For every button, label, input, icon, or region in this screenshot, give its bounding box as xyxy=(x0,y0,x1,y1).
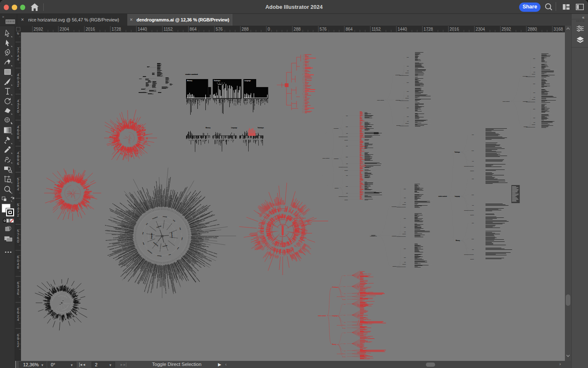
svg-text:Solo: Solo xyxy=(344,286,346,287)
svg-text:Trio: Trio xyxy=(472,161,474,162)
svg-text:Trio: Trio xyxy=(472,205,474,206)
svg-text:Quartet: Quartet xyxy=(470,259,474,260)
svg-text:2304: 2304 xyxy=(60,27,69,32)
svg-text:Duo: Duo xyxy=(179,227,181,230)
svg-text:Duo: Duo xyxy=(404,197,406,198)
svg-text:Solo: Solo xyxy=(404,188,406,189)
svg-text:2: 2 xyxy=(17,83,19,87)
svg-text:Trio: Trio xyxy=(346,193,348,193)
svg-text:2016: 2016 xyxy=(450,27,459,32)
svg-text:Duo: Duo xyxy=(346,175,348,176)
svg-text:Solo: Solo xyxy=(472,194,474,196)
svg-text:Duo: Duo xyxy=(407,116,409,117)
svg-text:Quartet: Quartet xyxy=(344,199,348,200)
svg-text:rewire content: rewire content xyxy=(323,158,330,159)
svg-text:8: 8 xyxy=(17,265,19,270)
svg-text:Trio: Trio xyxy=(344,350,346,351)
svg-text:rewire content: rewire content xyxy=(438,196,447,197)
svg-text:Quartet: Quartet xyxy=(405,98,409,98)
svg-text:Technique: Technique xyxy=(257,127,264,129)
svg-text:1440: 1440 xyxy=(138,27,147,32)
svg-text:Solo: Solo xyxy=(404,248,406,249)
svg-text:Quartet: Quartet xyxy=(344,140,348,140)
svg-text:Language: Language xyxy=(151,233,152,239)
svg-text:Quartet: Quartet xyxy=(163,216,167,218)
svg-text:Technique: Technique xyxy=(332,286,338,288)
svg-text:2016: 2016 xyxy=(86,27,95,32)
svg-text:576: 576 xyxy=(320,27,327,32)
svg-text:Memory: Memory xyxy=(206,127,211,129)
svg-text:Memory: Memory xyxy=(456,240,460,241)
svg-text:Ensemble/Collective: Ensemble/Collective xyxy=(339,136,348,137)
svg-text:rewire content: rewire content xyxy=(370,236,377,237)
svg-text:Duo: Duo xyxy=(346,146,348,146)
svg-text:Trio: Trio xyxy=(344,293,346,294)
svg-text:Solo: Solo xyxy=(344,343,346,344)
svg-text:Solo: Solo xyxy=(346,126,348,127)
svg-text:Technique: Technique xyxy=(391,206,396,207)
svg-text:Duo: Duo xyxy=(472,178,474,180)
svg-text:Ensemble/Collective: Ensemble/Collective xyxy=(337,353,346,354)
svg-text:Ensemble/Collective: Ensemble/Collective xyxy=(400,100,409,101)
svg-text:rewire content: rewire content xyxy=(318,315,326,317)
svg-text:Quartet: Quartet xyxy=(343,299,346,300)
svg-text:Duo: Duo xyxy=(533,92,536,93)
svg-text:1728: 1728 xyxy=(112,27,121,32)
svg-text:Language: Language xyxy=(334,158,339,159)
svg-text:Duo: Duo xyxy=(404,257,406,258)
svg-text:Ensemble/Collective: Ensemble/Collective xyxy=(464,254,474,255)
svg-text:Quartet: Quartet xyxy=(470,214,474,216)
svg-text:Trio: Trio xyxy=(346,133,348,134)
svg-text:rewire content: rewire content xyxy=(377,100,384,101)
svg-text:Trio: Trio xyxy=(533,71,536,72)
svg-text:Quartet: Quartet xyxy=(344,170,348,171)
svg-text:Quartet: Quartet xyxy=(405,72,409,73)
svg-text:Ensemble/Collective: Ensemble/Collective xyxy=(337,296,346,297)
svg-text:Duo: Duo xyxy=(177,247,180,250)
svg-text:Collective: Collective xyxy=(147,249,152,254)
svg-text:Solo: Solo xyxy=(472,238,474,240)
svg-text:Quartet: Quartet xyxy=(402,233,406,234)
svg-text:Ensemble/Collective: Ensemble/Collective xyxy=(339,196,348,197)
svg-text:Solo: Solo xyxy=(404,218,406,219)
svg-text:rewire content: rewire content xyxy=(503,101,510,102)
svg-text:Language: Language xyxy=(171,232,173,238)
svg-text:288: 288 xyxy=(294,27,301,32)
svg-text:2592: 2592 xyxy=(501,27,511,32)
svg-text:Technique: Technique xyxy=(214,80,220,82)
svg-text:0: 0 xyxy=(17,109,19,114)
svg-text:Language: Language xyxy=(332,315,338,317)
svg-text:1152: 1152 xyxy=(164,27,173,32)
svg-text:Duo: Duo xyxy=(344,304,346,304)
svg-text:576: 576 xyxy=(215,27,223,32)
svg-text:2880: 2880 xyxy=(528,27,537,32)
svg-text:Solo: Solo xyxy=(533,83,535,84)
svg-text:1440: 1440 xyxy=(398,27,407,32)
svg-text:Quartet: Quartet xyxy=(402,204,406,205)
svg-text:Quartet: Quartet xyxy=(532,124,535,125)
svg-text:4: 4 xyxy=(17,57,19,61)
svg-text:Duo: Duo xyxy=(407,66,409,66)
svg-text:Trio: Trio xyxy=(407,95,409,96)
svg-text:Duo: Duo xyxy=(142,232,144,235)
svg-text:Trio: Trio xyxy=(407,121,409,122)
svg-text:0: 0 xyxy=(17,239,19,244)
svg-text:Language: Language xyxy=(231,127,237,129)
svg-text:0: 0 xyxy=(268,27,270,32)
svg-text:Trio: Trio xyxy=(533,97,536,98)
svg-text:Duo: Duo xyxy=(533,117,536,118)
svg-text:Ensemble/Collective: Ensemble/Collective xyxy=(397,236,406,237)
svg-text:Ensemble/Collective: Ensemble/Collective xyxy=(397,207,406,207)
svg-text:Ensemble/Collective: Ensemble/Collective xyxy=(397,266,406,267)
svg-text:Solo: Solo xyxy=(407,82,409,83)
svg-text:Trio: Trio xyxy=(168,254,171,256)
svg-text:Collective: Collective xyxy=(152,216,158,220)
svg-text:Solo: Solo xyxy=(142,242,145,245)
svg-text:864: 864 xyxy=(190,27,197,32)
svg-text:Ensemble/Collective: Ensemble/Collective xyxy=(400,75,409,76)
svg-text:Solo: Solo xyxy=(533,109,535,109)
svg-text:Solo: Solo xyxy=(407,107,409,108)
svg-text:864: 864 xyxy=(346,27,353,32)
svg-text:Solo: Solo xyxy=(407,57,409,58)
svg-text:Memory: Memory xyxy=(187,80,192,82)
